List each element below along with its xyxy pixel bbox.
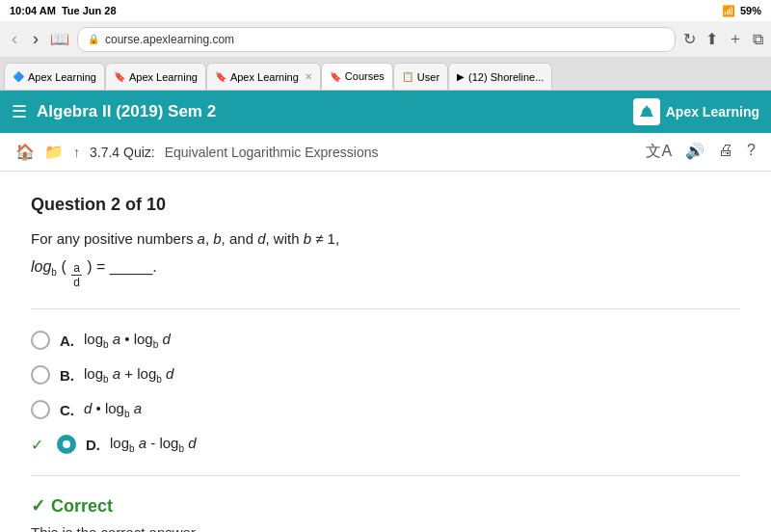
fraction: a d (71, 261, 82, 290)
tab-icon-1: 🔷 (13, 71, 24, 82)
formula-log: log (31, 258, 51, 275)
browser-tabs: 🔷 Apex Learning 🔖 Apex Learning 🔖 Apex L… (0, 58, 771, 91)
tab-icon-shoreline: ▶ (457, 71, 465, 82)
tab-icon-3: 🔖 (215, 71, 226, 82)
audio-icon[interactable]: 🔊 (685, 142, 705, 162)
tab-label-shoreline: (12) Shoreline... (468, 71, 544, 83)
tab-label-courses: Courses (345, 70, 385, 82)
app-header: ☰ Algebra II (2019) Sem 2 Apex Learning (0, 91, 771, 133)
question-number: Question 2 of 10 (31, 195, 740, 215)
option-a-label: A. (60, 332, 74, 349)
correct-checkmark-icon: ✓ (31, 495, 45, 517)
radio-c[interactable] (31, 400, 50, 419)
option-a-text: logb a • logb d (84, 331, 171, 350)
new-tab-button[interactable]: ＋ (728, 29, 743, 49)
share-button[interactable]: ⬆ (705, 29, 718, 49)
tab-icon-courses: 🔖 (330, 71, 341, 82)
correct-section: ✓ Correct This is the correct answer. (31, 495, 740, 532)
formula-paren-close: ) (87, 258, 92, 275)
status-bar: 10:04 AM Tue Jun 28 📶 59% (0, 0, 771, 21)
formula-paren-open: ( (61, 258, 66, 275)
option-d[interactable]: ✓ D. logb a - logb d (31, 427, 740, 462)
browser-bar: ‹ › 📖 🔒 course.apexlearning.com ↻ ⬆ ＋ ⧉ (0, 21, 771, 58)
sub-header-tools: 文A 🔊 🖨 ? (646, 142, 756, 162)
fraction-denominator: d (71, 276, 82, 289)
bookmarks-button[interactable]: 📖 (50, 30, 69, 48)
status-left: 10:04 AM Tue Jun 28 (10, 5, 117, 16)
radio-b[interactable] (31, 365, 50, 385)
tab-courses[interactable]: 🔖 Courses (321, 63, 393, 90)
fraction-numerator: a (71, 261, 82, 276)
breadcrumb-arrow: ↑ (73, 145, 80, 160)
browser-actions: ↻ ⬆ ＋ ⧉ (683, 29, 763, 49)
tab-label-1: Apex Learning (28, 71, 96, 83)
divider-top (31, 308, 740, 309)
sub-header: 🏠 📁 ↑ 3.7.4 Quiz: Equivalent Logarithmic… (0, 133, 771, 172)
fraction-display: a d (70, 261, 83, 290)
correct-text: Correct (51, 496, 113, 517)
app-header-left: ☰ Algebra II (2019) Sem 2 (12, 101, 216, 122)
apex-logo: Apex Learning (633, 98, 759, 125)
tab-close-3[interactable]: ✕ (305, 71, 312, 82)
correct-detail: This is the correct answer. (31, 524, 740, 532)
app-title: Algebra II (2019) Sem 2 (37, 102, 216, 121)
svg-marker-0 (640, 105, 653, 117)
radio-a[interactable] (31, 331, 50, 350)
tab-apex-1[interactable]: 🔷 Apex Learning (4, 63, 105, 90)
apex-logo-text: Apex Learning (666, 104, 759, 120)
option-c-text: d • logb a (84, 400, 142, 419)
correct-label: ✓ Correct (31, 495, 740, 517)
option-a[interactable]: A. logb a • logb d (31, 323, 740, 358)
checkmark-d: ✓ (31, 436, 43, 454)
forward-button[interactable]: › (29, 27, 42, 51)
question-formula: logb ( a d ) = _____. (31, 258, 740, 290)
formula-equals: = _____. (96, 258, 157, 275)
folder-icon[interactable]: 📁 (44, 143, 64, 161)
refresh-button[interactable]: ↻ (683, 29, 696, 49)
tab-icon-user: 📋 (402, 71, 413, 82)
question-text: For any positive numbers a, b, and d, wi… (31, 228, 740, 251)
url-text: course.apexlearning.com (105, 33, 234, 46)
status-right: 📶 59% (722, 5, 761, 17)
tabs-button[interactable]: ⧉ (753, 29, 763, 49)
print-icon[interactable]: 🖨 (718, 142, 733, 162)
option-c-label: C. (60, 402, 74, 418)
time: 10:04 AM (10, 5, 56, 16)
translate-icon[interactable]: 文A (646, 142, 672, 162)
help-icon[interactable]: ? (747, 142, 756, 162)
question-text-content: For any positive numbers a, b, and d, wi… (31, 230, 339, 247)
battery-level: 59% (740, 5, 761, 16)
divider-bottom (31, 475, 740, 476)
address-bar[interactable]: 🔒 course.apexlearning.com (77, 27, 676, 52)
option-b[interactable]: B. logb a + logb d (31, 358, 740, 392)
formula-base: b (51, 267, 57, 278)
content-area: Question 2 of 10 For any positive number… (0, 172, 771, 532)
tab-label-2: Apex Learning (129, 71, 198, 83)
option-b-label: B. (60, 367, 74, 384)
option-d-label: D. (86, 437, 100, 453)
option-b-text: logb a + logb d (84, 365, 173, 385)
tab-apex-3[interactable]: 🔖 Apex Learning ✕ (206, 63, 321, 90)
breadcrumb-text: 3.7.4 Quiz: (90, 145, 155, 160)
apex-logo-icon (633, 98, 660, 125)
back-button[interactable]: ‹ (8, 27, 21, 51)
tab-shoreline[interactable]: ▶ (12) Shoreline... (448, 63, 552, 90)
tab-user[interactable]: 📋 User (393, 63, 448, 90)
tab-apex-2[interactable]: 🔖 Apex Learning (105, 63, 206, 90)
option-d-text: logb a - logb d (110, 435, 197, 454)
wifi-icon: 📶 (722, 5, 735, 17)
home-icon[interactable]: 🏠 (15, 143, 35, 161)
date: Tue Jun 28 (62, 5, 117, 16)
tab-label-user: User (417, 71, 439, 83)
option-c[interactable]: C. d • logb a (31, 392, 740, 427)
quiz-title: Equivalent Logarithmic Expressions (165, 145, 379, 160)
radio-d[interactable] (57, 435, 76, 454)
lock-icon: 🔒 (88, 34, 99, 44)
tab-label-3: Apex Learning (230, 71, 299, 83)
hamburger-menu[interactable]: ☰ (12, 101, 27, 122)
tab-icon-2: 🔖 (114, 71, 125, 82)
